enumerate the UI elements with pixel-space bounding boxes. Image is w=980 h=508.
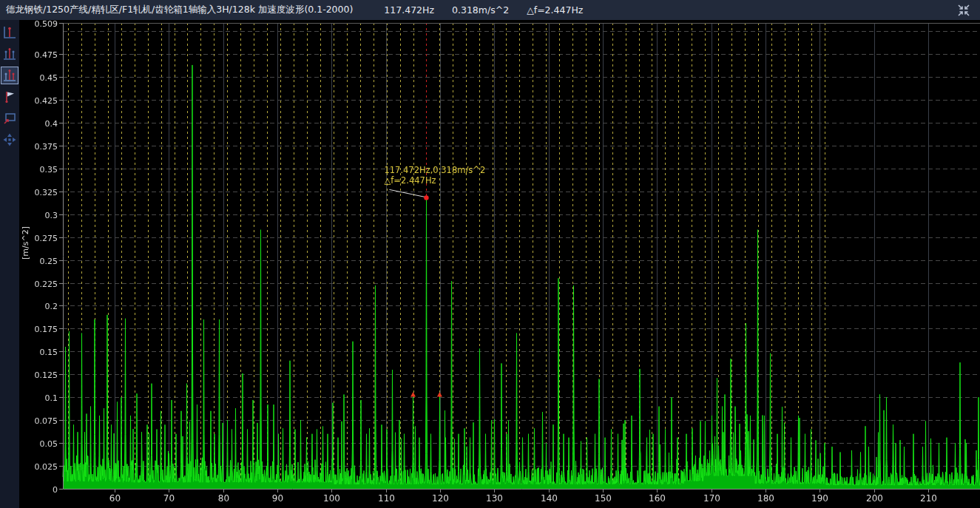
pan-move-icon bbox=[2, 132, 17, 147]
cursor-amplitude-readout: 0.318m/s^2 bbox=[452, 4, 509, 16]
collapse-icon bbox=[957, 4, 970, 17]
title-bar: 德龙钢铁/1250产线/精轧区/F1轧机/齿轮箱1轴输入3H/128k 加速度波… bbox=[0, 0, 980, 20]
flag-icon bbox=[2, 89, 17, 104]
cursor-annotation-line1: 117.472Hz,0.318m/s^2 bbox=[384, 166, 485, 176]
cursor-annotation-line2: △f=2.447Hz bbox=[384, 176, 485, 186]
collapse-window-button[interactable] bbox=[956, 3, 971, 18]
single-cursor-tool[interactable] bbox=[1, 24, 18, 41]
screen-capture-icon bbox=[2, 111, 17, 126]
cursor-annotation: 117.472Hz,0.318m/s^2 △f=2.447Hz bbox=[384, 166, 485, 186]
y-axis-unit-label: [m/s^2] bbox=[21, 226, 30, 260]
pan-tool[interactable] bbox=[1, 131, 18, 149]
measurement-point-title: 德龙钢铁/1250产线/精轧区/F1轧机/齿轮箱1轴输入3H/128k 加速度波… bbox=[6, 4, 353, 16]
delta-f-readout: △f=2.447Hz bbox=[527, 4, 583, 16]
screen-capture-tool[interactable] bbox=[1, 109, 18, 127]
sideband-cursor-tool[interactable] bbox=[1, 67, 18, 84]
app-window: 德龙钢铁/1250产线/精轧区/F1轧机/齿轮箱1轴输入3H/128k 加速度波… bbox=[0, 0, 980, 508]
spectrum-plot-canvas[interactable] bbox=[0, 0, 980, 508]
harmonic-cursor-icon bbox=[2, 47, 17, 61]
cursor-frequency-readout: 117.472Hz bbox=[384, 4, 434, 16]
single-cursor-icon bbox=[2, 25, 17, 40]
tool-sidebar bbox=[0, 20, 19, 508]
harmonic-cursor-tool[interactable] bbox=[1, 45, 18, 63]
flag-marker-tool[interactable] bbox=[1, 88, 18, 106]
sideband-cursor-icon bbox=[2, 68, 17, 83]
